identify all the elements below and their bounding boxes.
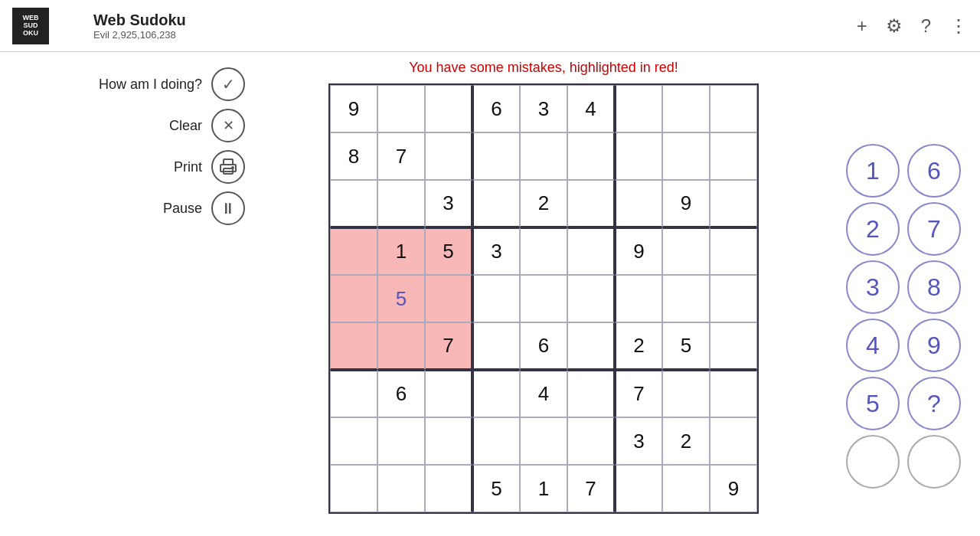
sudoku-cell[interactable] xyxy=(377,322,425,370)
sudoku-cell[interactable] xyxy=(377,465,425,512)
sudoku-cell[interactable] xyxy=(472,180,520,227)
sudoku-cell[interactable] xyxy=(425,465,472,512)
print-button[interactable] xyxy=(211,150,245,184)
sudoku-cell[interactable]: 5 xyxy=(662,322,710,370)
num-pad-button-5[interactable]: 5 xyxy=(846,377,900,430)
sudoku-cell[interactable]: 5 xyxy=(377,275,425,322)
sudoku-cell[interactable]: 9 xyxy=(615,227,662,275)
sudoku-cell[interactable]: 7 xyxy=(425,322,472,370)
settings-button[interactable]: ⚙ xyxy=(886,15,903,37)
num-pad-button-9[interactable]: 9 xyxy=(907,319,961,372)
sudoku-cell[interactable] xyxy=(567,370,615,417)
sudoku-grid[interactable]: 963487329153957625647325179 xyxy=(328,83,759,514)
sudoku-cell[interactable] xyxy=(662,132,710,180)
num-pad-button-empty[interactable] xyxy=(907,435,961,489)
sudoku-cell[interactable]: 3 xyxy=(615,417,662,465)
sudoku-cell[interactable] xyxy=(615,180,662,227)
sudoku-cell[interactable]: 6 xyxy=(520,322,567,370)
sudoku-cell[interactable] xyxy=(710,417,757,465)
more-button[interactable]: ⋮ xyxy=(949,15,968,37)
sudoku-cell[interactable] xyxy=(425,275,472,322)
sudoku-cell[interactable]: 4 xyxy=(520,370,567,417)
sudoku-cell[interactable] xyxy=(330,227,377,275)
sudoku-cell[interactable] xyxy=(710,180,757,227)
sudoku-cell[interactable]: 3 xyxy=(425,180,472,227)
sudoku-cell[interactable] xyxy=(662,465,710,512)
sudoku-cell[interactable]: 7 xyxy=(615,370,662,417)
how-am-i-doing-button[interactable]: ✓ xyxy=(211,67,245,101)
sudoku-cell[interactable] xyxy=(425,370,472,417)
num-pad-button-6[interactable]: 6 xyxy=(907,144,961,198)
sudoku-cell[interactable] xyxy=(567,180,615,227)
sudoku-cell[interactable]: 5 xyxy=(472,465,520,512)
pause-button[interactable]: ⏸ xyxy=(211,191,245,225)
sudoku-cell[interactable] xyxy=(472,132,520,180)
sudoku-cell[interactable] xyxy=(710,370,757,417)
sudoku-cell[interactable] xyxy=(377,417,425,465)
sudoku-cell[interactable] xyxy=(425,85,472,132)
sudoku-cell[interactable]: 9 xyxy=(330,85,377,132)
sudoku-cell[interactable] xyxy=(567,417,615,465)
num-pad-button-2[interactable]: 2 xyxy=(846,202,900,256)
num-pad-button-?[interactable]: ? xyxy=(907,377,961,430)
sudoku-cell[interactable] xyxy=(662,85,710,132)
sudoku-cell[interactable] xyxy=(615,85,662,132)
sudoku-cell[interactable] xyxy=(615,132,662,180)
sudoku-cell[interactable]: 9 xyxy=(662,180,710,227)
sudoku-cell[interactable] xyxy=(567,322,615,370)
sudoku-cell[interactable]: 9 xyxy=(710,465,757,512)
num-pad-button-3[interactable]: 3 xyxy=(846,260,900,314)
sudoku-cell[interactable]: 4 xyxy=(567,85,615,132)
sudoku-cell[interactable]: 2 xyxy=(615,322,662,370)
clear-button[interactable]: ✕ xyxy=(211,109,245,142)
sudoku-cell[interactable] xyxy=(520,275,567,322)
sudoku-cell[interactable] xyxy=(710,227,757,275)
sudoku-cell[interactable] xyxy=(520,227,567,275)
sudoku-cell[interactable] xyxy=(615,465,662,512)
sudoku-cell[interactable]: 8 xyxy=(330,132,377,180)
sudoku-cell[interactable]: 2 xyxy=(662,417,710,465)
sudoku-cell[interactable] xyxy=(330,180,377,227)
num-pad-button-7[interactable]: 7 xyxy=(907,202,961,256)
sudoku-cell[interactable] xyxy=(615,275,662,322)
num-pad-button-empty[interactable] xyxy=(846,435,900,489)
sudoku-cell[interactable] xyxy=(425,132,472,180)
sudoku-cell[interactable] xyxy=(330,322,377,370)
sudoku-cell[interactable]: 3 xyxy=(472,227,520,275)
sudoku-cell[interactable] xyxy=(662,227,710,275)
sudoku-cell[interactable] xyxy=(472,417,520,465)
sudoku-cell[interactable] xyxy=(710,132,757,180)
sudoku-cell[interactable]: 6 xyxy=(472,85,520,132)
sudoku-cell[interactable]: 5 xyxy=(425,227,472,275)
sudoku-cell[interactable]: 1 xyxy=(520,465,567,512)
add-button[interactable]: + xyxy=(857,15,867,37)
sudoku-cell[interactable] xyxy=(472,370,520,417)
sudoku-cell[interactable] xyxy=(377,180,425,227)
sudoku-cell[interactable] xyxy=(377,85,425,132)
help-button[interactable]: ? xyxy=(921,15,931,37)
num-pad-button-8[interactable]: 8 xyxy=(907,260,961,314)
sudoku-cell[interactable] xyxy=(710,85,757,132)
sudoku-cell[interactable] xyxy=(662,370,710,417)
sudoku-cell[interactable] xyxy=(330,275,377,322)
num-pad-button-1[interactable]: 1 xyxy=(846,144,900,198)
sudoku-cell[interactable]: 2 xyxy=(520,180,567,227)
num-pad-button-4[interactable]: 4 xyxy=(846,319,900,372)
sudoku-cell[interactable] xyxy=(472,275,520,322)
sudoku-cell[interactable] xyxy=(567,227,615,275)
sudoku-cell[interactable] xyxy=(710,322,757,370)
sudoku-cell[interactable] xyxy=(472,322,520,370)
sudoku-cell[interactable] xyxy=(520,417,567,465)
sudoku-cell[interactable] xyxy=(520,132,567,180)
sudoku-cell[interactable] xyxy=(330,370,377,417)
sudoku-cell[interactable] xyxy=(567,132,615,180)
sudoku-cell[interactable] xyxy=(425,417,472,465)
sudoku-cell[interactable] xyxy=(710,275,757,322)
sudoku-cell[interactable] xyxy=(567,275,615,322)
sudoku-cell[interactable]: 7 xyxy=(377,132,425,180)
sudoku-cell[interactable] xyxy=(662,275,710,322)
sudoku-cell[interactable]: 6 xyxy=(377,370,425,417)
sudoku-cell[interactable] xyxy=(330,465,377,512)
sudoku-cell[interactable] xyxy=(330,417,377,465)
sudoku-cell[interactable]: 1 xyxy=(377,227,425,275)
